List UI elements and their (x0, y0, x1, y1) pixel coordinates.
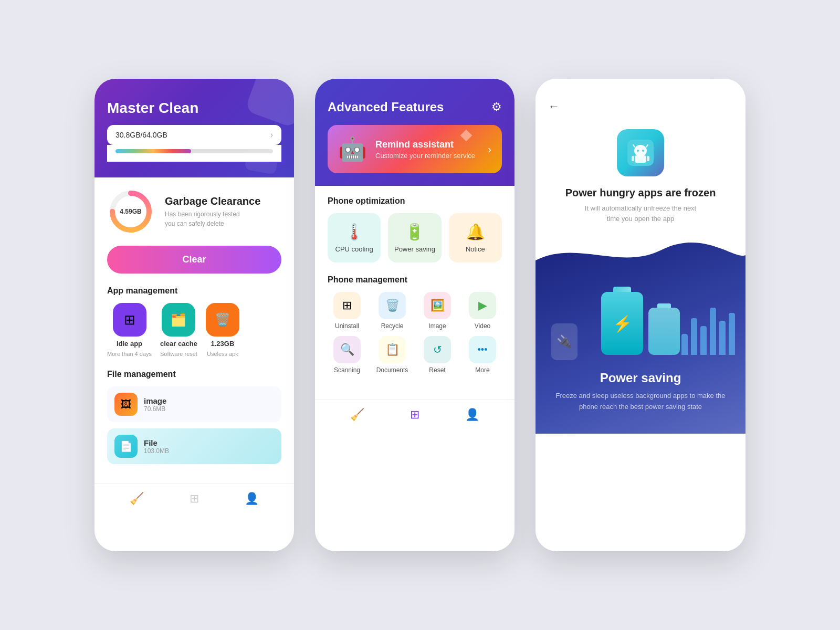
adv-header-row: Advanced Features ⚙ (328, 100, 502, 114)
garbage-section: 4.59GB Garbage Clearance Has been rigoro… (107, 188, 281, 235)
list-item[interactable]: 🗑️ Recycle (373, 292, 412, 330)
battery-illustration: 🔌 ⚡ (536, 271, 746, 371)
nav-apps-icon[interactable]: ⊞ (190, 492, 199, 506)
chart-bar (691, 318, 697, 355)
file-info: File 103.0MB (144, 438, 169, 455)
storage-row[interactable]: 30.8GB/64.0GB › (107, 125, 281, 145)
file-management-list: 🖼 image 70.6MB 📄 File 103.0MB (107, 386, 281, 464)
list-item[interactable]: 🗂️ clear cache Software reset (160, 303, 197, 357)
useless-apk-sub: Useless apk (207, 351, 238, 357)
clear-button[interactable]: Clear (107, 246, 281, 274)
phone-master-clean: Master Clean 30.8GB/64.0GB › (94, 79, 294, 551)
nav2-grid-icon[interactable]: ⊞ (410, 408, 419, 422)
nav2-broom-icon[interactable]: 🧹 (350, 408, 364, 422)
list-item[interactable]: ⊞ Uninstall (328, 292, 366, 330)
image-mgmt-icon: 🖼️ (424, 292, 451, 319)
scanning-label: Scanning (334, 366, 360, 374)
list-item[interactable]: 🌡️ CPU cooling (328, 213, 381, 262)
phone2-nav: 🧹 ⊞ 👤 (315, 399, 514, 434)
video-label: Video (475, 322, 490, 330)
uninstall-icon: ⊞ (333, 292, 361, 319)
chart-bar (710, 308, 716, 355)
remind-text: Remind assistant Customize your reminder… (375, 139, 479, 160)
svg-point-5 (642, 150, 644, 152)
garbage-info: Garbage Clearance Has been rigorously te… (165, 195, 260, 228)
list-item[interactable]: 🔋 Power saving (388, 213, 441, 262)
nav-broom-icon[interactable]: 🧹 (130, 492, 144, 506)
more-label: More (475, 366, 489, 374)
chart-bar (729, 313, 735, 355)
optimization-grid: 🌡️ CPU cooling 🔋 Power saving 🔔 Notice (328, 213, 502, 262)
reset-label: Reset (429, 366, 445, 374)
garbage-title: Garbage Clearance (165, 195, 260, 207)
phone1-nav: 🧹 ⊞ 👤 (94, 483, 294, 518)
clear-cache-icon: 🗂️ (162, 303, 195, 337)
more-icon: ••• (469, 336, 496, 363)
nav2-profile-icon[interactable]: 👤 (465, 408, 479, 422)
phone-power-saving: ← (536, 79, 746, 551)
phone-advanced-features: Advanced Features ⚙ 🤖 Remind assistant C… (315, 79, 514, 551)
phone1-body: 4.59GB Garbage Clearance Has been rigoro… (94, 177, 294, 475)
phone1-header: Master Clean 30.8GB/64.0GB › (94, 79, 294, 177)
back-arrow-icon[interactable]: ← (548, 100, 733, 113)
list-item[interactable]: 🔔 Notice (449, 213, 502, 262)
power-saving-title: Power saving (536, 371, 746, 385)
robot-icon: 🤖 (338, 135, 367, 163)
chart-bar (700, 326, 707, 355)
image-file-size: 70.6MB (144, 405, 166, 413)
master-clean-title: Master Clean (107, 100, 281, 117)
app-management-title: App management (107, 286, 281, 296)
storage-text: 30.8GB/64.0GB (116, 131, 167, 139)
management-grid-row2: 🔍 Scanning 📋 Documents ↺ Reset ••• More (328, 336, 502, 374)
list-item[interactable]: 🗑️ 1.23GB Useless apk (206, 303, 239, 357)
storage-arrow-icon: › (270, 130, 273, 140)
donut-label: 4.59GB (120, 208, 141, 215)
list-item[interactable]: 🖼 image 70.6MB (107, 386, 281, 422)
useless-apk-icon: 🗑️ (206, 303, 239, 337)
garbage-subtitle: Has been rigorously tested you can safel… (165, 209, 260, 228)
file-size: 103.0MB (144, 447, 169, 455)
phone-management-title: Phone management (328, 275, 502, 285)
remind-card[interactable]: 🤖 Remind assistant Customize your remind… (328, 125, 502, 173)
list-item[interactable]: 🖼️ Image (418, 292, 457, 330)
list-item[interactable]: 📋 Documents (373, 336, 412, 374)
chart-bar (681, 334, 688, 355)
storage-bar-wrap (107, 145, 281, 162)
settings-icon[interactable]: ⚙ (491, 100, 502, 114)
storage-bar-bg (116, 149, 273, 153)
phone2-body: Phone optimization 🌡️ CPU cooling 🔋 Powe… (315, 186, 514, 391)
svg-rect-8 (635, 155, 646, 163)
management-grid-row1: ⊞ Uninstall 🗑️ Recycle 🖼️ Image ▶ Video (328, 292, 502, 330)
list-item[interactable]: 🔍 Scanning (328, 336, 366, 374)
list-item[interactable]: ⊞ Idle app More than 4 days (107, 303, 152, 357)
idle-app-icon: ⊞ (113, 303, 146, 337)
documents-icon: 📋 (379, 336, 406, 363)
image-mgmt-label: Image (428, 322, 446, 330)
idle-app-sub: More than 4 days (107, 351, 152, 357)
video-icon: ▶ (469, 292, 496, 319)
donut-chart: 4.59GB (107, 188, 154, 235)
android-icon (617, 129, 664, 176)
frozen-title: Power hungry apps are frozen (548, 187, 733, 199)
phone3-bottom: 🔌 ⚡ (536, 239, 746, 434)
remind-arrow-icon: › (488, 143, 491, 155)
recycle-label: Recycle (381, 322, 404, 330)
frozen-subtitle: It will automatically unfreeze the nextt… (548, 203, 733, 224)
chart-bar (719, 321, 726, 355)
recycle-icon: 🗑️ (379, 292, 406, 319)
uninstall-label: Uninstall (335, 322, 359, 330)
list-item[interactable]: ↺ Reset (418, 336, 457, 374)
nav-profile-icon[interactable]: 👤 (245, 492, 259, 506)
scanning-icon: 🔍 (333, 336, 361, 363)
reset-icon: ↺ (424, 336, 451, 363)
wave-decoration (536, 239, 746, 271)
phone2-header: Advanced Features ⚙ 🤖 Remind assistant C… (315, 79, 514, 186)
list-item[interactable]: 📄 File 103.0MB (107, 428, 281, 464)
cpu-cooling-label: CPU cooling (335, 245, 373, 253)
clear-cache-name: clear cache (160, 340, 197, 348)
file-icon: 📄 (114, 435, 138, 458)
list-item[interactable]: ••• More (463, 336, 502, 374)
screens-container: Master Clean 30.8GB/64.0GB › (74, 47, 766, 583)
useless-apk-size: 1.23GB (211, 340, 235, 348)
list-item[interactable]: ▶ Video (463, 292, 502, 330)
